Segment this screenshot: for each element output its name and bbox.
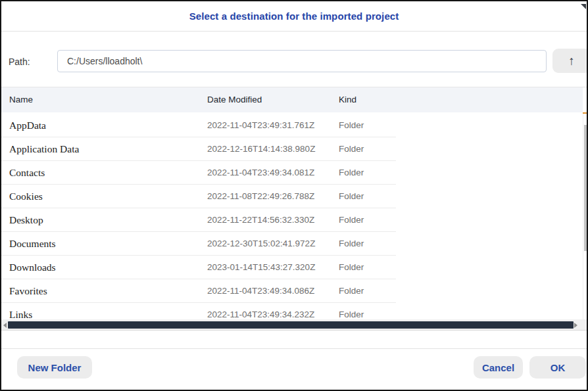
column-header-kind[interactable]: Kind	[339, 87, 356, 112]
folder-list: AppData 2022-11-04T23:49:31.761Z Folder …	[1, 114, 583, 319]
table-row[interactable]: Cookies 2022-11-08T22:49:26.788Z Folder	[1, 185, 396, 208]
folder-name: Links	[9, 303, 32, 319]
table-row[interactable]: Favorites 2022-11-04T23:49:34.086Z Folde…	[1, 279, 396, 303]
up-directory-button[interactable]: ↑	[552, 49, 588, 73]
folder-kind: Folder	[339, 114, 364, 137]
vertical-scrollbar-thumb[interactable]	[584, 125, 588, 251]
folder-name: Documents	[9, 232, 56, 255]
cancel-button[interactable]: Cancel	[474, 356, 523, 379]
path-label: Path:	[9, 57, 30, 67]
folder-date-modified: 2022-12-30T15:02:41.972Z	[207, 232, 315, 255]
up-arrow-icon: ↑	[568, 54, 575, 68]
path-input[interactable]	[57, 50, 547, 72]
table-row[interactable]: Links 2022-11-04T23:49:34.232Z Folder	[1, 303, 396, 319]
folder-kind: Folder	[339, 303, 364, 319]
folder-date-modified: 2023-01-14T15:43:27.320Z	[207, 256, 315, 279]
table-row[interactable]: Contacts 2022-11-04T23:49:34.081Z Folder	[1, 161, 396, 185]
folder-name: Desktop	[9, 208, 43, 231]
folder-date-modified: 2022-11-04T23:49:31.761Z	[207, 114, 314, 137]
vertical-scrollbar[interactable]	[583, 114, 588, 319]
folder-date-modified: 2022-12-16T14:14:38.980Z	[207, 137, 315, 160]
folder-name: Cookies	[9, 185, 43, 208]
folder-name: Contacts	[9, 161, 45, 184]
corner-resize-icon	[581, 4, 586, 9]
new-folder-button[interactable]: New Folder	[17, 356, 92, 379]
folder-name: AppData	[9, 114, 46, 137]
folder-date-modified: 2022-11-08T22:49:26.788Z	[207, 185, 314, 208]
scroll-right-arrow-icon[interactable]	[574, 323, 577, 328]
title-divider	[1, 31, 587, 32]
folder-date-modified: 2022-11-04T23:49:34.081Z	[207, 161, 314, 184]
folder-date-modified: 2022-11-04T23:49:34.086Z	[207, 279, 314, 302]
folder-name: Application Data	[9, 137, 79, 160]
table-row[interactable]: AppData 2022-11-04T23:49:31.761Z Folder	[1, 114, 396, 137]
folder-kind: Folder	[339, 256, 364, 279]
folder-kind: Folder	[339, 232, 364, 255]
ok-button[interactable]: OK	[529, 356, 586, 379]
folder-name: Downloads	[9, 256, 56, 279]
folder-kind: Folder	[339, 137, 364, 160]
table-row[interactable]: Desktop 2022-11-22T14:56:32.330Z Folder	[1, 208, 396, 232]
table-header: Name Date Modified Kind	[1, 87, 583, 112]
destination-dialog: Select a destination for the imported pr…	[0, 0, 588, 391]
folder-date-modified: 2022-11-04T23:49:34.232Z	[207, 303, 314, 319]
folder-kind: Folder	[339, 208, 364, 231]
footer-divider	[1, 348, 587, 349]
table-row[interactable]: Documents 2022-12-30T15:02:41.972Z Folde…	[1, 232, 396, 256]
table-row[interactable]: Downloads 2023-01-14T15:43:27.320Z Folde…	[1, 256, 396, 279]
horizontal-scrollbar-thumb[interactable]	[8, 321, 574, 329]
dialog-title: Select a destination for the imported pr…	[1, 1, 587, 31]
scroll-left-arrow-icon[interactable]	[3, 323, 7, 328]
folder-kind: Folder	[339, 185, 364, 208]
table-row[interactable]: Application Data 2022-12-16T14:14:38.980…	[1, 137, 396, 161]
folder-kind: Folder	[339, 279, 364, 302]
column-header-name[interactable]: Name	[9, 87, 33, 112]
column-header-date-modified[interactable]: Date Modified	[207, 87, 262, 112]
folder-kind: Folder	[339, 161, 364, 184]
horizontal-scrollbar[interactable]	[1, 319, 587, 331]
folder-date-modified: 2022-11-22T14:56:32.330Z	[207, 208, 314, 231]
folder-name: Favorites	[9, 279, 47, 302]
